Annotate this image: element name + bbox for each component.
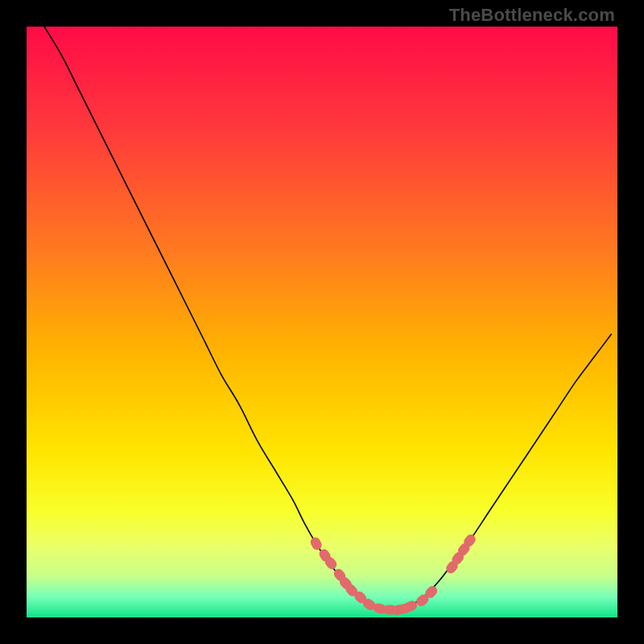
curve-marker [309, 535, 324, 551]
plot-overlay [27, 27, 617, 617]
watermark-text: TheBottleneck.com [449, 5, 615, 26]
marker-group [309, 533, 478, 617]
curve-path [44, 27, 612, 609]
chart-frame: TheBottleneck.com [0, 0, 644, 644]
